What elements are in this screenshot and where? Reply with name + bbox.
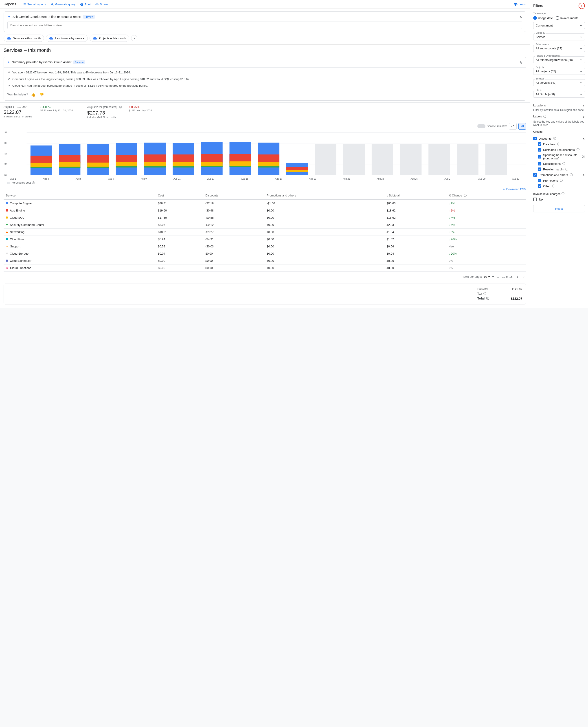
col-cost: Cost: [155, 192, 203, 200]
chip-last-invoice[interactable]: Last invoice by service: [46, 35, 88, 42]
chip-projects[interactable]: Projects – this month: [89, 35, 129, 42]
pagination-row: Rows per page: 10 25 50 ▼ 1 – 10 of 15 ‹…: [4, 272, 526, 282]
forecast-legend: Forecasted cost ⓘ: [4, 180, 526, 187]
svg-rect-25: [87, 167, 109, 168]
labels-help-icon[interactable]: ⓘ: [543, 115, 546, 118]
chip-services[interactable]: Services – this month: [4, 35, 44, 42]
svg-rect-29: [116, 166, 138, 167]
reset-button[interactable]: Reset: [533, 205, 585, 212]
locations-filter[interactable]: Locations ∨: [533, 102, 585, 108]
forecast-help-icon-2[interactable]: ⓘ: [32, 181, 35, 185]
promotions-cell: $0.00: [265, 250, 384, 257]
invoice-month-radio[interactable]: Invoice month: [556, 16, 579, 20]
generate-query-link[interactable]: Generate query: [50, 2, 76, 6]
other-checkbox[interactable]: Other ⓘ: [533, 184, 585, 188]
sustained-use-checkbox[interactable]: Sustained use discounts ⓘ: [533, 148, 585, 152]
pct-help-icon[interactable]: ⓘ: [464, 194, 467, 197]
svg-rect-1: [24, 3, 26, 3]
rows-per-page-select[interactable]: 10 25 50: [483, 275, 490, 278]
services-select[interactable]: All services (47): [533, 79, 585, 86]
subscriptions-help-icon[interactable]: ⓘ: [562, 162, 565, 166]
bar-chart-btn[interactable]: [519, 123, 526, 129]
svg-rect-45: [230, 166, 251, 167]
svg-rect-6: [521, 125, 522, 127]
svg-rect-44: [230, 162, 251, 166]
cost-cell: $5.94: [155, 235, 203, 243]
tax-help-icon[interactable]: ⓘ: [483, 292, 486, 295]
prev-page-btn[interactable]: ‹: [515, 274, 519, 279]
promotions-help-icon[interactable]: ⓘ: [560, 179, 563, 183]
svg-rect-21: [59, 167, 80, 168]
spending-based-help-icon[interactable]: ⓘ: [582, 155, 585, 159]
invoice-level-help-icon[interactable]: ⓘ: [562, 192, 564, 196]
gemini-input[interactable]: [7, 22, 522, 29]
other-help-icon[interactable]: ⓘ: [552, 184, 555, 188]
thumbs-down-btn[interactable]: 👎: [39, 91, 45, 98]
usage-date-radio[interactable]: Usage date: [533, 16, 553, 20]
service-cell: Security Command Center: [4, 221, 155, 228]
learn-button[interactable]: Learn: [513, 2, 526, 6]
promotions-checkbox[interactable]: Promotions ⓘ: [533, 179, 585, 183]
skus-select[interactable]: All SKUs (408): [533, 91, 585, 98]
see-all-reports-link[interactable]: See all reports: [22, 2, 46, 6]
next-page-btn[interactable]: ›: [522, 274, 526, 279]
discounts-cell: $0.00: [203, 264, 265, 271]
reseller-margin-help-icon[interactable]: ⓘ: [565, 167, 568, 171]
svg-rect-41: [201, 166, 223, 167]
promotions-cell: $0.00: [265, 221, 384, 228]
section-title: Services – this month: [0, 44, 530, 55]
subaccounts-select[interactable]: All subaccounts (27): [533, 45, 585, 52]
collapse-sidebar-btn[interactable]: ›: [579, 3, 585, 9]
current-month-select[interactable]: Current month: [533, 22, 585, 29]
subtotal-cell: $16.62: [384, 214, 446, 221]
discounts-cell: -$0.03: [203, 243, 265, 250]
locations-desc: Filter by location data like region and …: [533, 108, 585, 113]
spending-based-checkbox[interactable]: Spending based discounts (contractual) ⓘ: [533, 153, 585, 160]
projects-select[interactable]: All projects (55): [533, 68, 585, 75]
reseller-margin-checkbox[interactable]: Reseller margin ⓘ: [533, 167, 585, 171]
forecast-help-icon[interactable]: ⓘ: [119, 105, 122, 109]
promotions-others-checkbox[interactable]: Promotions and others ⓘ ∧: [533, 173, 585, 177]
tax-checkbox[interactable]: Tax: [533, 198, 585, 201]
collapse-gemini-btn[interactable]: ∧: [519, 14, 522, 19]
show-cumulative-toggle[interactable]: Show cumulative: [477, 124, 507, 128]
group-by-select[interactable]: Service: [533, 34, 585, 40]
spending-based-check-box: [538, 155, 541, 159]
usage-date-radio-circle: [533, 16, 537, 20]
svg-rect-2: [23, 4, 23, 4]
total-help-icon[interactable]: ⓘ: [486, 296, 489, 300]
subscriptions-checkbox[interactable]: Subscriptions ⓘ: [533, 162, 585, 166]
promotions-others-help-icon[interactable]: ⓘ: [570, 173, 573, 177]
service-cell: App Engine: [4, 207, 155, 214]
folders-select[interactable]: All folders/organizations (28): [533, 56, 585, 63]
invoice-section: Invoice level charges ⓘ Tax: [533, 190, 585, 201]
pct-change-cell: ↓ 2%: [446, 200, 526, 207]
cumulative-switch[interactable]: [477, 124, 485, 128]
brand-label: Reports: [4, 2, 16, 6]
cost-cell: $19.60: [155, 207, 203, 214]
table-row: ✳ Cloud Storage $0.04 $0.00 $0.00 $0.04 …: [4, 250, 526, 257]
service-cell: ★ Cloud Functions: [4, 264, 155, 271]
summary-item-1: ↗ You spent $122.07 between Aug 1-19, 20…: [7, 70, 522, 75]
free-tiers-help-icon[interactable]: ⓘ: [557, 142, 560, 146]
chip-nav-btn[interactable]: ›: [131, 35, 138, 41]
subtotal-row: Subtotal $122.07: [477, 287, 522, 291]
download-csv-btn[interactable]: ⬇ Download CSV: [503, 187, 526, 191]
line-chart-btn[interactable]: [509, 123, 517, 129]
sustained-use-help-icon[interactable]: ⓘ: [576, 148, 580, 152]
thumbs-up-btn[interactable]: 👍: [30, 91, 36, 98]
discounts-collapse-icon[interactable]: ∧: [583, 137, 585, 140]
cost-cell: $3.05: [155, 221, 203, 228]
promotions-others-collapse-icon[interactable]: ∧: [583, 173, 585, 177]
free-tiers-checkbox[interactable]: Free tiers ⓘ: [533, 142, 585, 146]
svg-rect-8: [523, 125, 524, 127]
forecast-color-swatch: [7, 182, 10, 184]
share-link[interactable]: Share: [95, 2, 108, 6]
labels-filter[interactable]: Labels ⓘ ∨: [533, 113, 585, 120]
sort-icon[interactable]: ↓: [387, 194, 388, 197]
collapse-summary-btn[interactable]: ∧: [519, 60, 522, 65]
promotions-check-box: [538, 179, 541, 182]
discounts-checkbox[interactable]: Discounts ⓘ ∧: [533, 137, 585, 141]
print-link[interactable]: Print: [80, 2, 91, 6]
discounts-help-icon[interactable]: ⓘ: [553, 137, 556, 141]
